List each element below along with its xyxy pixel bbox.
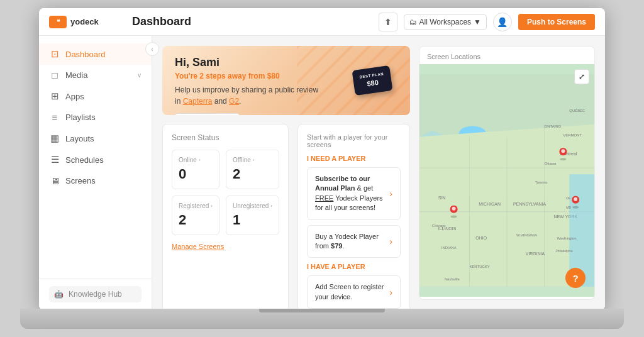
svg-point-10 (560, 158, 566, 160)
map-section: Screen Locations ⤢ (419, 46, 595, 300)
player-option-add-screen[interactable]: Add Screen to register your device. › (307, 275, 401, 309)
pennsylvania-label: PENNSYLVANIA (513, 202, 547, 206)
pin-newyork (572, 196, 579, 209)
gift-card-visual: BEST PLAN $80 (352, 65, 393, 96)
wv-label: W.VIRGINIA (516, 233, 537, 237)
user-button[interactable]: 👤 (493, 13, 512, 31)
workspace-icon: 🗂 (409, 18, 417, 26)
screen-status-title: Screen Status (172, 133, 279, 142)
player-option-buy[interactable]: Buy a Yodeck Player from $79. › (307, 225, 401, 258)
offline-label: Offline › (233, 157, 272, 163)
svg-point-9 (452, 207, 456, 211)
player-card: Start with a player for your screens I N… (297, 124, 410, 310)
schedules-icon: ☰ (49, 154, 60, 165)
chicago-label: Chicago (432, 224, 446, 228)
have-player-label: I HAVE A PLAYER (307, 263, 401, 270)
pin-montreal (559, 148, 567, 160)
apps-icon: ⊞ (49, 91, 60, 102)
indiana-label: INDIANA (441, 246, 457, 250)
workspace-label: All Workspaces (419, 18, 471, 26)
laptop-base (20, 309, 624, 329)
screens-icon: 🖥 (49, 175, 60, 186)
content-area: Hi, Sami You're 2 steps away from $80 He… (152, 36, 605, 310)
topbar: ❝ yodeck Dashboard ⬆ 🗂 All Workspaces ▼ … (39, 8, 605, 36)
sidebar-item-schedules[interactable]: ☰ Schedules (39, 149, 152, 170)
playlists-icon: ≡ (49, 112, 60, 123)
sidebar-item-dashboard[interactable]: ⊡ Dashboard (39, 43, 152, 65)
quebec-label: QUÉBEC (569, 109, 586, 113)
review-button[interactable]: Review us now! (175, 113, 240, 115)
dashboard-icon: ⊡ (49, 48, 60, 60)
pin-chicago (450, 206, 458, 218)
media-icon: □ (49, 70, 60, 80)
sidebar-label-schedules: Schedules (65, 155, 142, 165)
offline-chevron-icon: › (253, 157, 255, 163)
toronto-label: Toronto (535, 180, 548, 184)
washington-label: Washington (557, 236, 576, 240)
need-player-label: I NEED A PLAYER (307, 155, 401, 162)
sidebar-collapse-button[interactable]: ‹ (145, 42, 159, 56)
player-option2-text: Buy a Yodeck Player from $79. (315, 232, 384, 251)
player-option3-arrow-icon: › (389, 287, 392, 297)
sidebar-item-layouts[interactable]: ▦ Layouts (39, 128, 152, 149)
logo-icon: ❝ (49, 16, 67, 28)
virginia-label: VIRGINIA (526, 251, 545, 256)
kentucky-label: KENTUCKY (469, 265, 489, 268)
welcome-card: Hi, Sami You're 2 steps away from $80 He… (162, 46, 410, 115)
vermont-label: VERMONT (563, 134, 582, 138)
sidebar-label-apps: Apps (65, 92, 142, 101)
workspace-selector[interactable]: 🗂 All Workspaces ▼ (404, 14, 487, 30)
ohio-label: OHIO (475, 236, 487, 240)
sidebar-item-playlists[interactable]: ≡ Playlists (39, 107, 152, 128)
cards-row: Screen Status Online › 0 (162, 124, 410, 310)
logo: ❝ yodeck (49, 16, 125, 28)
player-option2-arrow-icon: › (389, 236, 392, 246)
registered-status[interactable]: Registered › 2 (172, 196, 219, 235)
delaware-label: DE (566, 197, 571, 200)
push-to-screens-button[interactable]: Push to Screens (518, 14, 595, 30)
online-status[interactable]: Online › 0 (172, 150, 219, 189)
media-expand-icon: ∨ (137, 72, 142, 79)
philly-label: Philadelphia (555, 250, 572, 253)
sidebar-item-screens[interactable]: 🖥 Screens (39, 170, 152, 191)
map-container: ⤢ (419, 64, 594, 297)
manage-screens-link[interactable]: Manage Screens (172, 243, 279, 250)
status-grid: Online › 0 Offline › (172, 150, 279, 235)
player-option-subscribe[interactable]: Subscribe to our Annual Plan & get FREE … (307, 167, 401, 220)
svg-point-13 (574, 197, 577, 201)
offline-status[interactable]: Offline › 2 (226, 150, 279, 189)
sidebar-label-media: Media (65, 70, 132, 80)
wisconsin-label: SIN (438, 196, 446, 200)
knowledge-hub-button[interactable]: 🤖 Knowledge Hub (49, 286, 142, 302)
map-title: Screen Locations (419, 47, 594, 64)
main-layout: ‹ ⊡ Dashboard □ Media ∨ ⊞ Apps (39, 36, 605, 310)
ontario-label: ONTARIO (545, 124, 562, 128)
map-svg: SIN MICHIGAN ILLINOIS INDIANA OHIO PENNS… (419, 64, 594, 297)
layouts-icon: ▦ (49, 133, 60, 144)
workspace-chevron-icon: ▼ (474, 18, 481, 26)
player-option1-arrow-icon: › (389, 189, 392, 199)
page-title: Dashboard (132, 15, 371, 28)
screen-status-card: Screen Status Online › 0 (162, 124, 289, 310)
map-card: Screen Locations ⤢ (419, 46, 595, 300)
capterra-link[interactable]: Capterra (183, 97, 213, 106)
registered-label: Registered › (179, 202, 213, 209)
g2-link[interactable]: G2 (229, 97, 239, 106)
unregistered-status[interactable]: Unregistered › 1 (226, 196, 279, 235)
player-card-title: Start with a player for your screens (307, 133, 401, 148)
knowledge-hub-label: Knowledge Hub (69, 290, 122, 299)
upload-icon-button[interactable]: ⬆ (379, 13, 397, 31)
sidebar-item-media[interactable]: □ Media ∨ (39, 65, 152, 86)
content-left: Hi, Sami You're 2 steps away from $80 He… (162, 46, 410, 300)
svg-point-11 (561, 149, 565, 153)
online-chevron-icon: › (199, 157, 201, 163)
sidebar-item-apps[interactable]: ⊞ Apps (39, 86, 152, 107)
topbar-actions: ⬆ 🗂 All Workspaces ▼ 👤 Push to Screens (379, 13, 595, 31)
offline-count: 2 (233, 166, 272, 182)
sidebar-label-layouts: Layouts (65, 134, 142, 143)
help-button[interactable]: ? (565, 268, 586, 288)
unregistered-chevron-icon: › (270, 203, 272, 209)
sidebar-label-dashboard: Dashboard (65, 50, 142, 59)
logo-text: yodeck (70, 17, 99, 26)
map-expand-button[interactable]: ⤢ (574, 69, 589, 84)
